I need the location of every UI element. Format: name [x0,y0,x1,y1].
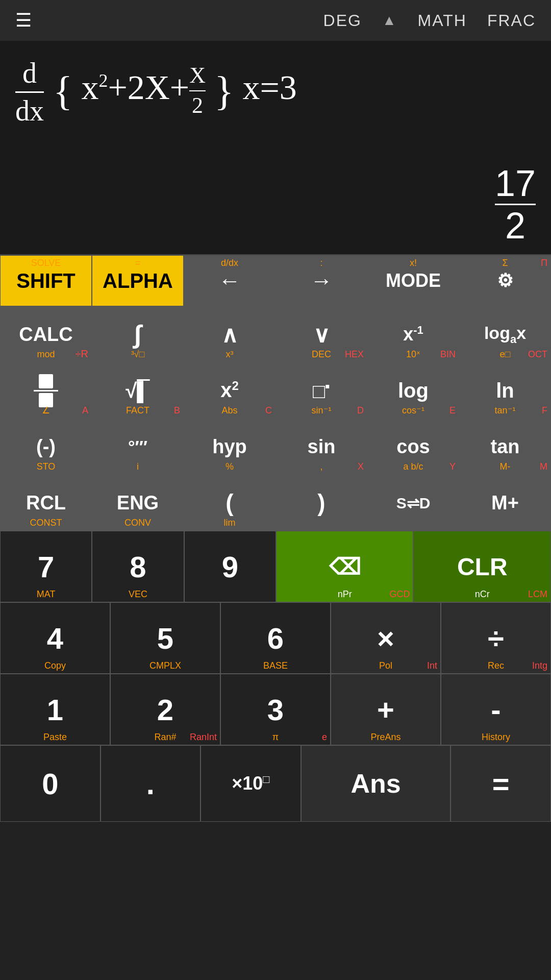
intg-label: Intg [532,660,547,671]
up-button[interactable]: ∧ x³ [184,306,276,362]
five-button[interactable]: 5 CMPLX [110,602,220,674]
tan-button[interactable]: tan M- M [459,419,551,475]
rcl-button[interactable]: RCL CONST [0,475,92,531]
two-button[interactable]: 2 Ran# RanInt [110,674,220,745]
sin-button[interactable]: sin , X [276,419,367,475]
row-calc: CALC mod ÷R ∫ ³√□ ∧ x³ ∨ DEC HEX x-1 10ˣ… [0,306,551,362]
arrow-up-icon[interactable]: ▲ [382,12,397,29]
row-0: 0 . ×10□ Ans = [0,745,551,822]
plus-button[interactable]: + PreAns [331,674,441,745]
display-area: d dx { x2+2X+X2 } x=3 17 2 [0,41,551,255]
row-trig: (-) STO °′″ i hyp % sin , X cos a b/c Y … [0,419,551,475]
xsquared-button[interactable]: x2 Abs C [184,362,276,419]
right-arrow-button[interactable]: → : [276,255,367,306]
menu-icon[interactable]: ☰ [15,10,32,31]
sqrt-button[interactable]: √▌ FACT B [92,362,184,419]
bracket-left: { [53,68,72,113]
x-equals: x=3 [242,68,296,107]
keyboard: SHIFT SOLVE ALPHA = ← d/dx → : MODE x! ⚙… [0,255,551,822]
mode-button[interactable]: MODE x! [367,255,459,306]
hex-label: HEX [345,349,364,360]
hyp-button[interactable]: hyp % [184,419,276,475]
xinv-button[interactable]: x-1 10ˣ BIN [367,306,459,362]
D-label: D [357,405,364,416]
ln-button[interactable]: ln tan⁻¹ F [459,362,551,419]
top-controls: DEG ▲ MATH FRAC [323,11,536,30]
times10-button[interactable]: ×10□ [201,745,301,822]
F-label: F [542,405,547,416]
row-789: 7 MAT 8 VEC 9 ⌫ nPr GCD CLR nCr LCM [0,531,551,602]
calc-button[interactable]: CALC mod ÷R [0,306,92,362]
equals-button[interactable]: = [450,745,551,822]
alpha-button[interactable]: ALPHA = [92,255,184,306]
mplus-button[interactable]: M+ [459,475,551,531]
left-arrow-button[interactable]: ← d/dx [184,255,276,306]
row-shift: SHIFT SOLVE ALPHA = ← d/dx → : MODE x! ⚙… [0,255,551,306]
four-button[interactable]: 4 Copy [0,602,110,674]
derivative-prefix: d dx [15,74,53,105]
dot-button[interactable]: . [101,745,201,822]
deg-label[interactable]: DEG [323,11,362,30]
clr-button[interactable]: CLR nCr LCM [413,531,551,602]
top-bar: ☰ DEG ▲ MATH FRAC [0,0,551,41]
row-frac: ∠ A √▌ FACT B x2 Abs C □▪ sin⁻¹ D log co… [0,362,551,419]
integral-button[interactable]: ∫ ³√□ [92,306,184,362]
shift-button[interactable]: SHIFT SOLVE [0,255,92,306]
backspace-button[interactable]: ⌫ nPr GCD [276,531,414,602]
left-paren-button[interactable]: ( lim [184,475,276,531]
frac-label[interactable]: FRAC [487,11,536,30]
box-button[interactable]: □▪ sin⁻¹ D [276,362,367,419]
gcd-label: GCD [389,589,410,600]
divide-button[interactable]: ÷ Rec Intg [441,602,551,674]
times-button[interactable]: × Pol Int [331,602,441,674]
e-label: e [322,732,327,743]
A-label: A [82,405,88,416]
sd-button[interactable]: S⇌D [367,475,459,531]
deg-min-sec-button[interactable]: °′″ i [92,419,184,475]
X-label: X [358,461,364,472]
lcm-label: LCM [528,589,547,600]
negative-button[interactable]: (-) STO [0,419,92,475]
row-456: 4 Copy 5 CMPLX 6 BASE × Pol Int ÷ Rec In… [0,602,551,674]
M-label: M [540,461,547,472]
six-button[interactable]: 6 BASE [220,602,331,674]
one-button[interactable]: 1 Paste [0,674,110,745]
right-paren-button[interactable]: ) [276,475,367,531]
int-label: Int [427,660,437,671]
math-label[interactable]: MATH [418,11,467,30]
B-label: B [174,405,180,416]
logax-button[interactable]: logax e□ OCT [459,306,551,362]
formula-body: x2+2X+X2 [81,68,206,107]
zero-button[interactable]: 0 [0,745,101,822]
oct-label: OCT [528,349,547,360]
Y-label: Y [449,461,456,472]
formula-display: d dx { x2+2X+X2 } x=3 [15,56,536,128]
seven-button[interactable]: 7 MAT [0,531,92,602]
C-label: C [265,405,272,416]
minus-button[interactable]: - History [441,674,551,745]
fraction-button[interactable]: ∠ A [0,362,92,419]
E-label: E [449,405,456,416]
row-rcl: RCL CONST ENG CONV ( lim ) S⇌D M+ [0,475,551,531]
result-denominator: 2 [505,207,525,244]
bracket-right: } [214,68,234,113]
result-display: 17 2 [495,165,536,244]
settings-button[interactable]: ⚙ Σ Π [459,255,551,306]
eng-button[interactable]: ENG CONV [92,475,184,531]
three-button[interactable]: 3 π e [220,674,331,745]
row-123: 1 Paste 2 Ran# RanInt 3 π e + PreAns - H… [0,674,551,745]
ranint-label: RanInt [190,732,217,743]
ans-button[interactable]: Ans [301,745,451,822]
result-fraction: 17 2 [495,165,536,244]
eight-button[interactable]: 8 VEC [92,531,184,602]
result-numerator: 17 [495,165,536,202]
down-button[interactable]: ∨ DEC HEX [276,306,367,362]
bin-label: BIN [440,349,456,360]
nine-button[interactable]: 9 [184,531,276,602]
log-button[interactable]: log cos⁻¹ E [367,362,459,419]
cos-button[interactable]: cos a b/c Y [367,419,459,475]
